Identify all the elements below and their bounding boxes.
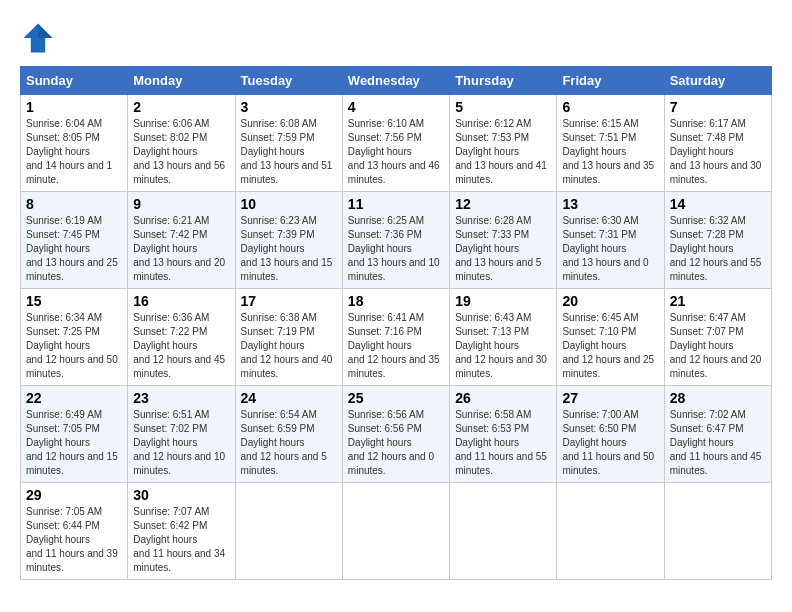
day-number: 2 <box>133 99 229 115</box>
logo-icon <box>20 20 56 56</box>
calendar-cell: 1 Sunrise: 6:04 AM Sunset: 8:05 PM Dayli… <box>21 95 128 192</box>
day-info: Sunrise: 6:56 AM Sunset: 6:56 PM Dayligh… <box>348 408 444 478</box>
daylight-label: Daylight hours <box>348 146 412 157</box>
daylight-label: Daylight hours <box>455 340 519 351</box>
daylight-label: Daylight hours <box>455 146 519 157</box>
day-info: Sunrise: 6:32 AM Sunset: 7:28 PM Dayligh… <box>670 214 766 284</box>
calendar-week-row: 22 Sunrise: 6:49 AM Sunset: 7:05 PM Dayl… <box>21 386 772 483</box>
sunset-label: Sunset: 7:33 PM <box>455 229 529 240</box>
day-number: 21 <box>670 293 766 309</box>
daylight-label: Daylight hours <box>26 437 90 448</box>
day-info: Sunrise: 7:00 AM Sunset: 6:50 PM Dayligh… <box>562 408 658 478</box>
daylight-duration: and 11 hours and 45 minutes. <box>670 451 762 476</box>
daylight-duration: and 11 hours and 39 minutes. <box>26 548 118 573</box>
calendar-cell: 22 Sunrise: 6:49 AM Sunset: 7:05 PM Dayl… <box>21 386 128 483</box>
sunset-label: Sunset: 7:02 PM <box>133 423 207 434</box>
day-number: 15 <box>26 293 122 309</box>
daylight-duration: and 12 hours and 0 minutes. <box>348 451 434 476</box>
sunrise-label: Sunrise: 6:15 AM <box>562 118 638 129</box>
calendar-cell: 24 Sunrise: 6:54 AM Sunset: 6:59 PM Dayl… <box>235 386 342 483</box>
day-info: Sunrise: 6:51 AM Sunset: 7:02 PM Dayligh… <box>133 408 229 478</box>
sunset-label: Sunset: 6:50 PM <box>562 423 636 434</box>
sunrise-label: Sunrise: 6:32 AM <box>670 215 746 226</box>
sunset-label: Sunset: 8:02 PM <box>133 132 207 143</box>
daylight-duration: and 13 hours and 46 minutes. <box>348 160 440 185</box>
day-number: 3 <box>241 99 337 115</box>
day-info: Sunrise: 6:43 AM Sunset: 7:13 PM Dayligh… <box>455 311 551 381</box>
sunrise-label: Sunrise: 7:07 AM <box>133 506 209 517</box>
sunrise-label: Sunrise: 6:38 AM <box>241 312 317 323</box>
calendar-cell: 6 Sunrise: 6:15 AM Sunset: 7:51 PM Dayli… <box>557 95 664 192</box>
sunrise-label: Sunrise: 6:56 AM <box>348 409 424 420</box>
day-info: Sunrise: 6:15 AM Sunset: 7:51 PM Dayligh… <box>562 117 658 187</box>
sunset-label: Sunset: 7:16 PM <box>348 326 422 337</box>
calendar-cell: 18 Sunrise: 6:41 AM Sunset: 7:16 PM Dayl… <box>342 289 449 386</box>
day-number: 19 <box>455 293 551 309</box>
day-number: 14 <box>670 196 766 212</box>
day-info: Sunrise: 6:28 AM Sunset: 7:33 PM Dayligh… <box>455 214 551 284</box>
calendar-cell <box>664 483 771 580</box>
day-info: Sunrise: 6:38 AM Sunset: 7:19 PM Dayligh… <box>241 311 337 381</box>
calendar-cell: 20 Sunrise: 6:45 AM Sunset: 7:10 PM Dayl… <box>557 289 664 386</box>
daylight-duration: and 14 hours and 1 minute. <box>26 160 112 185</box>
calendar-cell <box>450 483 557 580</box>
day-number: 7 <box>670 99 766 115</box>
daylight-label: Daylight hours <box>241 243 305 254</box>
calendar-cell: 29 Sunrise: 7:05 AM Sunset: 6:44 PM Dayl… <box>21 483 128 580</box>
daylight-label: Daylight hours <box>241 146 305 157</box>
day-number: 27 <box>562 390 658 406</box>
calendar-table: SundayMondayTuesdayWednesdayThursdayFrid… <box>20 66 772 580</box>
sunrise-label: Sunrise: 6:25 AM <box>348 215 424 226</box>
calendar-cell: 30 Sunrise: 7:07 AM Sunset: 6:42 PM Dayl… <box>128 483 235 580</box>
day-number: 10 <box>241 196 337 212</box>
sunset-label: Sunset: 7:53 PM <box>455 132 529 143</box>
daylight-duration: and 12 hours and 15 minutes. <box>26 451 118 476</box>
sunrise-label: Sunrise: 6:28 AM <box>455 215 531 226</box>
daylight-label: Daylight hours <box>670 146 734 157</box>
day-number: 30 <box>133 487 229 503</box>
daylight-duration: and 13 hours and 25 minutes. <box>26 257 118 282</box>
calendar-cell: 9 Sunrise: 6:21 AM Sunset: 7:42 PM Dayli… <box>128 192 235 289</box>
sunset-label: Sunset: 7:07 PM <box>670 326 744 337</box>
day-number: 24 <box>241 390 337 406</box>
day-number: 1 <box>26 99 122 115</box>
day-info: Sunrise: 7:07 AM Sunset: 6:42 PM Dayligh… <box>133 505 229 575</box>
daylight-duration: and 12 hours and 5 minutes. <box>241 451 327 476</box>
calendar-cell <box>235 483 342 580</box>
daylight-label: Daylight hours <box>26 534 90 545</box>
day-number: 17 <box>241 293 337 309</box>
sunrise-label: Sunrise: 6:36 AM <box>133 312 209 323</box>
calendar-week-row: 1 Sunrise: 6:04 AM Sunset: 8:05 PM Dayli… <box>21 95 772 192</box>
day-number: 4 <box>348 99 444 115</box>
sunrise-label: Sunrise: 6:21 AM <box>133 215 209 226</box>
sunset-label: Sunset: 7:56 PM <box>348 132 422 143</box>
sunset-label: Sunset: 7:48 PM <box>670 132 744 143</box>
day-info: Sunrise: 6:12 AM Sunset: 7:53 PM Dayligh… <box>455 117 551 187</box>
sunset-label: Sunset: 7:25 PM <box>26 326 100 337</box>
daylight-duration: and 12 hours and 10 minutes. <box>133 451 225 476</box>
daylight-duration: and 12 hours and 35 minutes. <box>348 354 440 379</box>
daylight-duration: and 11 hours and 34 minutes. <box>133 548 225 573</box>
calendar-header-row: SundayMondayTuesdayWednesdayThursdayFrid… <box>21 67 772 95</box>
calendar-cell: 12 Sunrise: 6:28 AM Sunset: 7:33 PM Dayl… <box>450 192 557 289</box>
calendar-cell: 28 Sunrise: 7:02 AM Sunset: 6:47 PM Dayl… <box>664 386 771 483</box>
sunrise-label: Sunrise: 6:10 AM <box>348 118 424 129</box>
day-number: 13 <box>562 196 658 212</box>
day-number: 22 <box>26 390 122 406</box>
daylight-duration: and 13 hours and 5 minutes. <box>455 257 541 282</box>
daylight-label: Daylight hours <box>133 243 197 254</box>
calendar-day-header: Thursday <box>450 67 557 95</box>
sunset-label: Sunset: 6:42 PM <box>133 520 207 531</box>
daylight-label: Daylight hours <box>133 340 197 351</box>
daylight-duration: and 13 hours and 35 minutes. <box>562 160 654 185</box>
day-number: 29 <box>26 487 122 503</box>
sunrise-label: Sunrise: 6:47 AM <box>670 312 746 323</box>
daylight-duration: and 12 hours and 45 minutes. <box>133 354 225 379</box>
daylight-duration: and 12 hours and 20 minutes. <box>670 354 762 379</box>
day-info: Sunrise: 6:58 AM Sunset: 6:53 PM Dayligh… <box>455 408 551 478</box>
daylight-label: Daylight hours <box>670 243 734 254</box>
sunrise-label: Sunrise: 6:08 AM <box>241 118 317 129</box>
calendar-day-header: Sunday <box>21 67 128 95</box>
sunrise-label: Sunrise: 7:00 AM <box>562 409 638 420</box>
calendar-cell: 14 Sunrise: 6:32 AM Sunset: 7:28 PM Dayl… <box>664 192 771 289</box>
